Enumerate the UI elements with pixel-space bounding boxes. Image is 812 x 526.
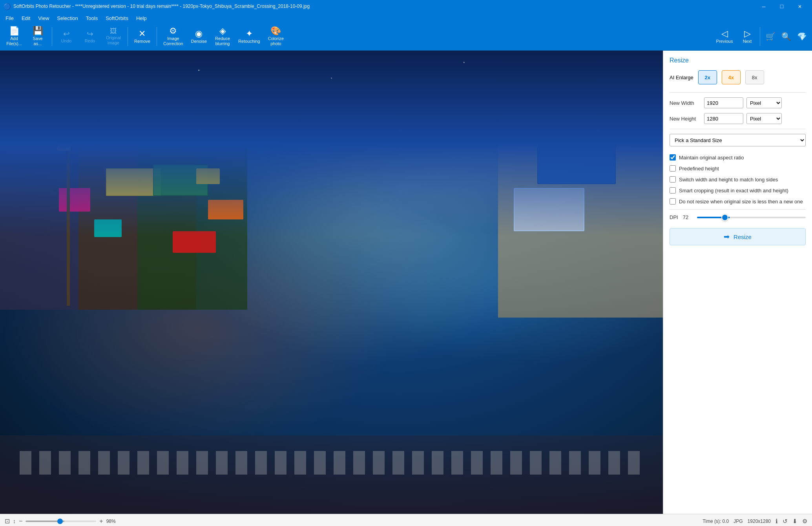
menu-softorbits[interactable]: SoftOrbits xyxy=(102,14,132,23)
retouching-icon: ✦ xyxy=(246,29,253,38)
menu-help[interactable]: Help xyxy=(132,14,151,23)
zoom-in-button[interactable]: + xyxy=(99,518,103,525)
colorize-photo-label: Colorizephoto xyxy=(268,36,284,46)
previous-icon: ◁ xyxy=(721,29,728,38)
actual-size-icon[interactable]: ↕ xyxy=(13,518,16,524)
menu-tools[interactable]: Tools xyxy=(82,14,102,23)
undo-icon: ↩ xyxy=(63,30,70,38)
remove-icon: ✕ xyxy=(139,29,146,38)
window-title: SoftOrbits Photo Retoucher - ****Unregis… xyxy=(13,4,310,9)
fit-to-window-icon[interactable]: ⊡ xyxy=(5,517,10,525)
separator-4 xyxy=(760,27,760,46)
undo-label: Undo xyxy=(61,38,71,43)
dimensions-label: 1920x1280 xyxy=(748,519,771,524)
cart-icon: 🛒 xyxy=(766,32,776,41)
maintain-aspect-checkbox[interactable] xyxy=(670,154,676,161)
panel-title: Resize xyxy=(670,57,806,64)
reduce-blurring-button[interactable]: ◈ Reduceblurring xyxy=(212,25,234,48)
zoom-slider[interactable] xyxy=(26,521,96,522)
menu-file[interactable]: File xyxy=(2,14,18,23)
download-icon[interactable]: ⬇ xyxy=(792,518,797,525)
separator-1 xyxy=(52,27,52,46)
menu-selection[interactable]: Selection xyxy=(53,14,82,23)
new-height-input[interactable] xyxy=(704,113,743,124)
ai-4x-button[interactable]: 4x xyxy=(722,70,741,84)
maintain-aspect-label: Maintain original aspect ratio xyxy=(679,155,744,161)
redo-label: Redo xyxy=(85,38,95,43)
ai-2x-button[interactable]: 2x xyxy=(698,70,717,84)
settings-icon[interactable]: ⚙ xyxy=(802,518,807,525)
cart-button[interactable]: 🛒 xyxy=(763,29,777,44)
reduce-blurring-label: Reduceblurring xyxy=(215,36,230,46)
app-icon: 🔵 xyxy=(3,3,11,10)
format-label: JPG xyxy=(734,519,743,524)
next-button[interactable]: ▷ Next xyxy=(738,28,757,45)
menu-bar: File Edit View Selection Tools SoftOrbit… xyxy=(0,13,812,24)
sky-lights xyxy=(0,55,663,133)
dpi-label: DPI xyxy=(670,214,678,220)
new-height-row: New Height Pixel Percent cm inch xyxy=(670,113,806,124)
predefined-height-row: Predefined height xyxy=(670,165,806,172)
standard-size-row: Pick a Standard Size 640x480 800x600 102… xyxy=(670,134,806,146)
crossing-lines xyxy=(20,451,643,475)
diamond-button[interactable]: 💎 xyxy=(795,29,809,44)
save-as-icon: 💾 xyxy=(33,27,43,35)
new-height-unit-select[interactable]: Pixel Percent cm inch xyxy=(746,113,782,124)
new-width-row: New Width Pixel Percent cm inch xyxy=(670,97,806,108)
separator-3 xyxy=(157,27,157,46)
new-width-input[interactable] xyxy=(704,97,743,108)
smart-cropping-label: Smart cropping (result in exact width an… xyxy=(679,188,788,194)
search-icon: 🔍 xyxy=(781,32,791,41)
dpi-value: 72 xyxy=(683,214,692,220)
original-image-label: Originalimage xyxy=(106,35,121,46)
do-not-resize-checkbox[interactable] xyxy=(670,198,676,205)
remove-label: Remove xyxy=(134,39,150,44)
close-button[interactable] xyxy=(791,0,809,13)
info-icon[interactable]: ℹ xyxy=(776,518,778,525)
redo-button[interactable]: ↪ Redo xyxy=(79,28,101,45)
colorize-photo-button[interactable]: 🎨 Colorizephoto xyxy=(265,25,287,48)
separator-2 xyxy=(128,27,128,46)
photo-background xyxy=(0,51,663,514)
maximize-button[interactable] xyxy=(773,0,791,13)
new-width-unit-select[interactable]: Pixel Percent cm inch xyxy=(746,97,782,108)
minimize-button[interactable] xyxy=(755,0,773,13)
reduce-blurring-icon: ◈ xyxy=(219,27,226,35)
denoise-icon: ◉ xyxy=(195,29,203,38)
switch-width-height-row: Switch width and height to match long si… xyxy=(670,176,806,183)
image-correction-label: ImageCorrection xyxy=(163,36,183,46)
add-file-button[interactable]: 📄 AddFile(s)... xyxy=(3,25,25,48)
dpi-slider[interactable] xyxy=(697,217,806,218)
menu-view[interactable]: View xyxy=(34,14,53,23)
title-bar-controls[interactable] xyxy=(755,0,809,13)
resize-button[interactable]: ➡ Resize xyxy=(670,228,806,245)
new-height-label: New Height xyxy=(670,116,701,122)
predefined-height-checkbox[interactable] xyxy=(670,165,676,172)
standard-size-select[interactable]: Pick a Standard Size 640x480 800x600 102… xyxy=(670,134,806,146)
ai-8x-button[interactable]: 8x xyxy=(745,70,764,84)
previous-label: Previous xyxy=(716,39,733,44)
save-as-label: Saveas... xyxy=(33,36,42,46)
separator-check xyxy=(670,209,806,210)
dpi-row: DPI 72 xyxy=(670,214,806,220)
remove-button[interactable]: ✕ Remove xyxy=(131,28,153,45)
smart-cropping-checkbox[interactable] xyxy=(670,187,676,194)
previous-button[interactable]: ◁ Previous xyxy=(713,28,736,45)
undo-button[interactable]: ↩ Undo xyxy=(55,28,77,45)
predefined-height-label: Predefined height xyxy=(679,166,719,172)
original-image-button[interactable]: 🖼 Originalimage xyxy=(102,26,124,47)
denoise-button[interactable]: ◉ Denoise xyxy=(188,28,210,45)
search-button[interactable]: 🔍 xyxy=(779,29,793,44)
menu-edit[interactable]: Edit xyxy=(18,14,34,23)
refresh-icon[interactable]: ↺ xyxy=(783,518,788,525)
retouching-button[interactable]: ✦ Retouching xyxy=(235,28,263,45)
save-as-button[interactable]: 💾 Saveas... xyxy=(27,25,49,48)
zoom-out-button[interactable]: − xyxy=(19,518,22,525)
switch-width-height-label: Switch width and height to match long si… xyxy=(679,177,778,183)
diamond-icon: 💎 xyxy=(797,32,807,41)
smart-cropping-row: Smart cropping (result in exact width an… xyxy=(670,187,806,194)
maintain-aspect-row: Maintain original aspect ratio xyxy=(670,154,806,161)
image-correction-button[interactable]: ⚙ ImageCorrection xyxy=(160,25,186,48)
main-layout: Resize AI Enlarge 2x 4x 8x New Width Pix… xyxy=(0,51,812,514)
switch-width-height-checkbox[interactable] xyxy=(670,176,676,183)
